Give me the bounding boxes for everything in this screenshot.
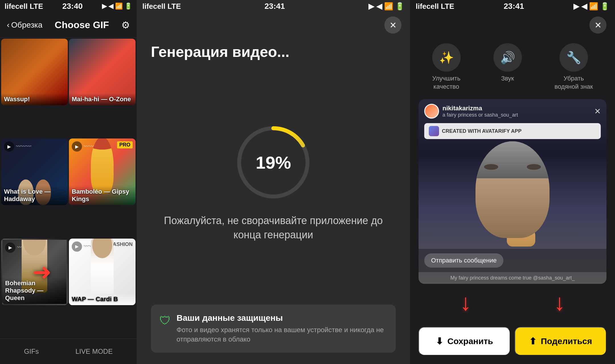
share-button[interactable]: ⬆ Поделиться [515, 327, 606, 355]
watermark-label: Убратьводяной знак [555, 75, 593, 91]
gif-item-haddaway[interactable]: ▶ 〰〰〰 What is Love — Haddaway [1, 138, 68, 205]
user-info: nikitakarizma a fairy princess or sasha_… [442, 105, 518, 118]
gif-label-ozone: Mai-ha-hi — O-Zone [69, 93, 136, 105]
privacy-card: 🛡 Ваши данные защищены Фото и видео хран… [151, 305, 396, 353]
play-icon-haddaway: ▶ 〰〰〰 [4, 141, 31, 152]
status-bar-1: lifecell LTE 23:40 ▶ ◀ 📶 🔋 [0, 0, 137, 13]
send-message-button[interactable]: Отправить сообщение [424, 253, 503, 268]
panel-result: lifecell LTE 23:41 ▶ ◀ 📶 🔋 ✕ ✨ Улучшитьк… [410, 0, 615, 364]
arrows-row: ↓ ↓ [410, 287, 615, 321]
carrier-3: lifecell LTE [416, 2, 454, 11]
gif-item-ozone[interactable]: Mai-ha-hi — O-Zone [69, 39, 136, 105]
gif-item-bohemian[interactable]: ▶ 〰〰〰 ➜ Bohemian Rhapsody — Queen [1, 239, 68, 305]
username: nikitakarizma [442, 105, 518, 112]
remove-watermark-button[interactable]: 🔧 Убратьводяной знак [555, 43, 593, 91]
progress-percent-label: 19% [233, 123, 313, 202]
gif-label-wassup: Wassup! [1, 93, 68, 105]
chevron-left-icon: ‹ [7, 20, 9, 30]
video-bottom-bar: Отправить сообщение [419, 249, 606, 272]
nav-bar-1: ‹ Обрезка Choose GIF ⚙ [0, 13, 137, 38]
play-btn: ▶ [4, 141, 14, 152]
gear-icon[interactable]: ⚙ [121, 19, 130, 31]
sound-icon: 🔊 [493, 43, 522, 72]
play-btn-gipsy: ▶ [72, 141, 82, 152]
user-avatar [424, 104, 439, 119]
gif-grid: Wassup! Mai-ha-hi — O-Zone ▶ 〰〰〰 What is… [0, 38, 137, 338]
video-bottom-text: My fairy princess dreams come true @sash… [419, 272, 606, 284]
play-btn-wap: ▶ [72, 241, 82, 252]
save-icon: ⬇ [436, 336, 443, 347]
sound-label: Звук [501, 75, 514, 83]
video-top-bar: nikitakarizma a fairy princess or sasha_… [419, 99, 606, 123]
privacy-text: Ваши данные защищены Фото и видео хранят… [177, 313, 387, 344]
waveform-icon: 〰〰〰 [16, 144, 31, 150]
gif-item-wassup[interactable]: Wassup! [1, 39, 68, 105]
page-title-1: Choose GIF [55, 19, 109, 30]
battery-icons-2: ▶ ◀ 📶 🔋 [368, 2, 404, 11]
sound-button[interactable]: 🔊 Звук [493, 43, 522, 91]
share-label: Поделиться [541, 336, 592, 346]
play-btn-bohemian: ▶ [5, 243, 15, 253]
video-face-area: ✦ [419, 139, 606, 249]
close-button-2[interactable]: ✕ [384, 16, 401, 34]
save-label: Сохранить [447, 336, 493, 346]
progress-container: 19% Пожалуйста, не сворачивайте приложен… [137, 72, 410, 293]
enhance-quality-button[interactable]: ✨ Улучшитькачество [432, 43, 461, 91]
watermark-text: CREATED WITH AVATARIFY APP [442, 128, 522, 134]
carrier-1: lifecell LTE [5, 2, 43, 11]
status-bar-3: lifecell LTE 23:41 ▶ ◀ 📶 🔋 [410, 0, 615, 13]
back-label: Обрезка [11, 20, 42, 30]
enhance-label: Улучшитькачество [432, 75, 460, 91]
pro-badge: PRO [117, 141, 133, 148]
progress-circle: 19% [233, 123, 313, 202]
tab-live-mode[interactable]: LIVE MODE [75, 348, 113, 355]
arrow-right: ↓ [554, 289, 565, 316]
video-preview[interactable]: nikitakarizma a fairy princess or sasha_… [419, 99, 606, 284]
progress-subtitle: Пожалуйста, не сворачивайте приложение д… [137, 214, 410, 242]
action-buttons: ✨ Улучшитькачество 🔊 Звук 🔧 Убратьводяно… [410, 38, 615, 96]
privacy-description: Фото и видео хранятся только на вашем ус… [177, 325, 387, 344]
video-close-icon[interactable]: ✕ [594, 107, 601, 116]
shield-icon: 🛡 [159, 314, 171, 327]
panel2-header: ✕ [137, 13, 410, 38]
enhance-icon: ✨ [432, 43, 461, 72]
panel-choose-gif: lifecell LTE 23:40 ▶ ◀ 📶 🔋 ‹ Обрезка Cho… [0, 0, 137, 364]
bottom-buttons: ⬇ Сохранить ⬆ Поделиться [410, 321, 615, 364]
user-sub: a fairy princess or sasha_sou_art [442, 112, 518, 118]
battery-icons-3: ▶ ◀ 📶 🔋 [573, 2, 609, 11]
gif-item-gipsy[interactable]: ▶ 〰〰〰 PRO Bamboléo — Gipsy Kings [69, 138, 136, 205]
carrier-2: lifecell LTE [142, 2, 181, 11]
time-2: 23:41 [265, 2, 285, 11]
video-user: nikitakarizma a fairy princess or sasha_… [424, 104, 518, 119]
panel3-header: ✕ [410, 13, 615, 38]
status-bar-2: lifecell LTE 23:41 ▶ ◀ 📶 🔋 [137, 0, 410, 13]
gif-label-gipsy: Bamboléo — Gipsy Kings [69, 186, 136, 205]
time-3: 23:41 [504, 2, 524, 11]
back-button[interactable]: ‹ Обрезка [7, 20, 42, 30]
panel-generation: lifecell LTE 23:41 ▶ ◀ 📶 🔋 ✕ Генерация в… [137, 0, 410, 364]
save-button[interactable]: ⬇ Сохранить [419, 327, 510, 355]
bottom-tabs: GIFs LIVE MODE [0, 338, 137, 364]
video-inner: nikitakarizma a fairy princess or sasha_… [419, 99, 606, 284]
gif-label-bohemian: Bohemian Rhapsody — Queen [2, 277, 67, 304]
tab-gifs[interactable]: GIFs [24, 348, 39, 355]
privacy-title: Ваши данные защищены [177, 313, 387, 323]
gif-label-haddaway: What is Love — Haddaway [1, 186, 68, 205]
gif-item-wap[interactable]: ▶ 〰〰〰 FASHION WAP — Cardi B [69, 239, 136, 305]
gif-label-wap: WAP — Cardi B [69, 293, 136, 305]
app-watermark: CREATED WITH AVATARIFY APP [424, 123, 601, 139]
generation-title: Генерация видео... [137, 38, 410, 72]
watermark-icon: 🔧 [559, 43, 588, 72]
close-button-3[interactable]: ✕ [589, 16, 606, 34]
arrow-left: ↓ [460, 289, 471, 316]
battery-icons-1: ▶ ◀ 📶 🔋 [102, 3, 132, 10]
app-logo-icon [429, 126, 439, 136]
share-icon: ⬆ [529, 336, 537, 347]
time-1: 23:40 [62, 2, 83, 11]
